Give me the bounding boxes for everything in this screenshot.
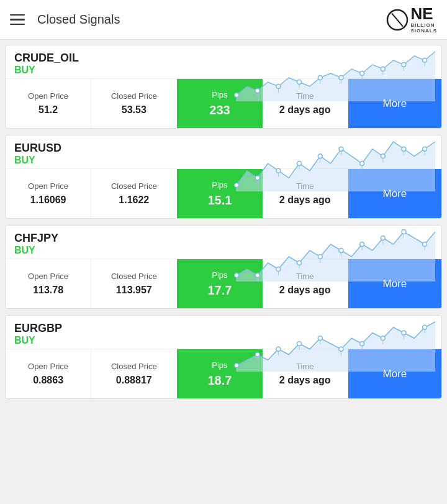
svg-point-21 — [423, 58, 427, 63]
direction-eurusd: BUY — [14, 155, 61, 166]
svg-point-12 — [235, 93, 239, 98]
card-header-crude_oil: CRUDE_OIL BUY — [6, 45, 441, 78]
svg-point-39 — [381, 154, 385, 158]
closed-price-value-chfjpy: 113.957 — [116, 285, 152, 296]
signal-card-eurusd: EURUSD BUY Open Price 1.16069 Closed Pri… — [5, 135, 442, 219]
logo-circle-icon — [386, 9, 409, 31]
svg-point-54 — [276, 267, 281, 272]
time-value-chfjpy: 2 days ago — [279, 285, 331, 296]
mini-chart-eurusd — [230, 135, 441, 191]
open-price-value-eurgbp: 0.8863 — [33, 375, 63, 386]
open-price-cell-crude_oil: Open Price 51.2 — [6, 79, 91, 128]
svg-point-20 — [402, 63, 406, 67]
direction-eurgbp: BUY — [14, 335, 62, 346]
signal-card-crude_oil: CRUDE_OIL BUY Open Price 51.2 Closed Pri… — [5, 45, 442, 129]
svg-point-32 — [235, 183, 239, 188]
logo: NE BILLION SIGNALS — [386, 5, 437, 34]
logo-billion-signals: BILLION SIGNALS — [410, 23, 437, 34]
card-header-chfjpy: CHFJPY BUY — [6, 226, 441, 259]
open-price-label-eurusd: Open Price — [28, 181, 68, 191]
closed-price-value-crude_oil: 53.53 — [122, 104, 147, 116]
pips-label-eurusd: Pips — [212, 180, 227, 190]
card-header-eurusd: EURUSD BUY — [6, 135, 441, 168]
svg-point-40 — [402, 147, 406, 151]
svg-point-80 — [402, 331, 406, 335]
svg-point-34 — [276, 168, 281, 173]
symbol-eurgbp: EURGBP — [14, 322, 62, 335]
svg-point-33 — [255, 176, 260, 180]
symbol-eurusd: EURUSD — [14, 142, 61, 155]
page-title: Closed Signals — [37, 12, 120, 27]
svg-point-75 — [297, 342, 302, 346]
svg-point-58 — [360, 242, 364, 247]
closed-price-value-eurusd: 1.1622 — [119, 195, 149, 206]
svg-point-38 — [360, 162, 364, 166]
svg-point-52 — [235, 273, 239, 278]
svg-point-76 — [318, 336, 322, 341]
closed-price-label-eurusd: Closed Price — [111, 181, 157, 191]
open-price-value-crude_oil: 51.2 — [38, 104, 58, 116]
signals-list: CRUDE_OIL BUY Open Price 51.2 Closed Pri… — [0, 40, 447, 410]
closed-price-cell-chfjpy: Closed Price 113.957 — [91, 259, 177, 308]
pips-value-eurgbp: 18.7 — [208, 373, 232, 388]
svg-point-60 — [402, 230, 406, 234]
svg-point-61 — [423, 242, 427, 247]
svg-point-37 — [339, 147, 343, 151]
svg-point-18 — [360, 71, 364, 76]
logo-one-text: NE — [410, 5, 433, 23]
closed-price-label-crude_oil: Closed Price — [111, 91, 157, 101]
open-price-label-crude_oil: Open Price — [28, 91, 68, 101]
svg-point-19 — [381, 67, 385, 71]
closed-price-label-chfjpy: Closed Price — [111, 272, 157, 281]
open-price-value-eurusd: 1.16069 — [30, 195, 66, 206]
svg-point-79 — [381, 336, 385, 341]
svg-point-72 — [235, 364, 239, 368]
svg-point-53 — [255, 273, 260, 278]
pips-label-chfjpy: Pips — [212, 270, 227, 280]
closed-price-value-eurgbp: 0.88817 — [116, 375, 152, 386]
closed-price-label-eurgbp: Closed Price — [111, 362, 157, 371]
svg-point-14 — [276, 85, 281, 89]
time-value-eurusd: 2 days ago — [279, 195, 331, 206]
svg-point-41 — [423, 147, 427, 151]
open-price-cell-eurgbp: Open Price 0.8863 — [6, 349, 91, 398]
svg-point-74 — [276, 347, 281, 351]
svg-point-13 — [255, 89, 260, 93]
svg-point-78 — [360, 342, 364, 346]
open-price-cell-eurusd: Open Price 1.16069 — [6, 169, 91, 218]
hamburger-menu[interactable] — [10, 14, 25, 25]
symbol-chfjpy: CHFJPY — [14, 232, 58, 245]
open-price-label-eurgbp: Open Price — [28, 362, 68, 371]
open-price-cell-chfjpy: Open Price 113.78 — [6, 259, 91, 308]
svg-point-59 — [381, 236, 385, 241]
open-price-value-chfjpy: 113.78 — [33, 285, 63, 296]
pips-value-chfjpy: 17.7 — [208, 283, 232, 298]
svg-point-81 — [423, 325, 427, 329]
svg-point-55 — [297, 261, 302, 265]
pips-value-crude_oil: 233 — [209, 103, 230, 117]
direction-chfjpy: BUY — [14, 245, 58, 256]
direction-crude_oil: BUY — [14, 65, 79, 76]
signal-card-eurgbp: EURGBP BUY Open Price 0.8863 Closed Pric… — [5, 315, 442, 399]
pips-label-crude_oil: Pips — [212, 90, 227, 99]
header-left: Closed Signals — [10, 12, 120, 27]
closed-price-cell-eurusd: Closed Price 1.1622 — [91, 169, 177, 218]
mini-chart-chfjpy — [230, 226, 441, 282]
time-value-eurgbp: 2 days ago — [279, 375, 331, 386]
svg-point-17 — [339, 76, 343, 80]
mini-chart-eurgbp — [230, 316, 441, 372]
header: Closed Signals NE BILLION SIGNALS — [0, 0, 447, 40]
svg-point-57 — [339, 249, 343, 253]
svg-point-56 — [318, 255, 322, 259]
closed-price-cell-eurgbp: Closed Price 0.88817 — [91, 349, 177, 398]
svg-point-77 — [339, 347, 343, 351]
pips-label-eurgbp: Pips — [212, 360, 227, 370]
svg-point-16 — [318, 76, 322, 80]
logo-text-group: NE BILLION SIGNALS — [410, 5, 437, 34]
time-value-crude_oil: 2 days ago — [279, 104, 331, 116]
card-header-eurgbp: EURGBP BUY — [6, 316, 441, 349]
mini-chart-crude_oil — [230, 45, 441, 101]
symbol-crude_oil: CRUDE_OIL — [14, 52, 79, 65]
svg-point-15 — [297, 80, 302, 85]
svg-point-35 — [297, 162, 302, 166]
